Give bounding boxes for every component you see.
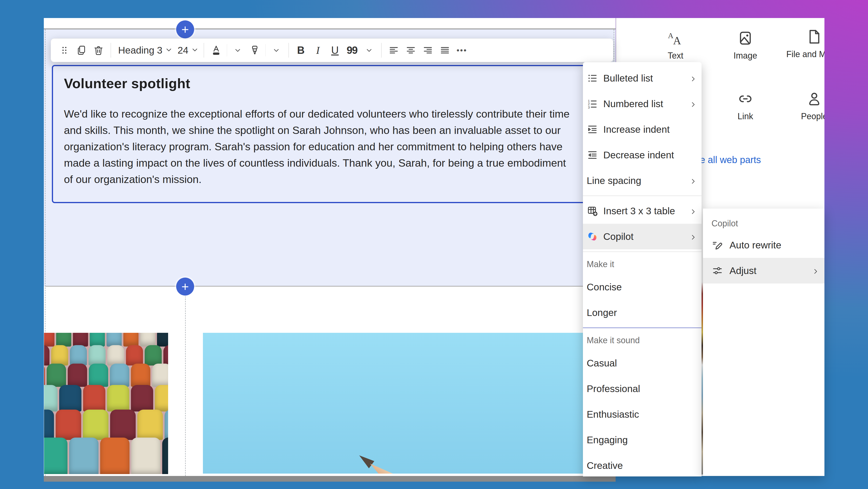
menu-item-bulleted-list[interactable]: Bulleted list (583, 65, 702, 91)
link-icon (737, 104, 754, 108)
webpart-people[interactable]: People (783, 90, 825, 121)
menu-header-label: Make it (587, 259, 614, 269)
pen-icon (712, 239, 723, 251)
menu-item-insert-3-x-3-table[interactable]: Insert 3 x 3 table (583, 198, 702, 224)
menu-item-line-spacing[interactable]: Line spacing (583, 168, 702, 194)
menu-item-label: Engaging (587, 434, 697, 445)
plus-icon: + (181, 23, 189, 36)
toolbar-divider (288, 43, 289, 58)
chair (155, 385, 168, 411)
chevron-down-icon (191, 46, 199, 55)
align-justify-button[interactable] (438, 41, 452, 59)
italic-button[interactable]: I (311, 41, 325, 59)
chair (68, 364, 87, 387)
webpart-link[interactable]: Link (715, 90, 776, 121)
chair (70, 345, 87, 366)
menu-divider (583, 196, 702, 196)
menu-item-increase-indent[interactable]: Increase indent (583, 117, 702, 142)
chair (56, 410, 81, 440)
chair-row (44, 333, 168, 347)
menu-item-creative[interactable]: Creative (583, 453, 702, 477)
submenu-item-adjust[interactable]: Adjust (703, 258, 825, 284)
text-aa-icon: AA (667, 43, 684, 47)
column-dashed-divider (185, 287, 186, 476)
menu-item-engaging[interactable]: Engaging (583, 427, 702, 453)
highlight-color-button[interactable] (247, 41, 262, 59)
chevron-right-icon (689, 207, 697, 215)
menu-item-copilot[interactable]: Copilot (583, 224, 702, 249)
copilot-icon (587, 231, 598, 242)
menu-item-concise[interactable]: Concise (583, 274, 702, 300)
chair-row (44, 437, 168, 474)
style-dropdown-value: Heading 3 (116, 45, 165, 56)
pencil-lead (356, 452, 375, 468)
align-left-button[interactable] (386, 41, 401, 59)
chair (44, 364, 45, 387)
chair (140, 333, 155, 347)
align-center-button[interactable] (403, 41, 418, 59)
canvas-bottom-scrollbar[interactable] (44, 476, 616, 482)
font-color-dropdown-chevron[interactable] (230, 41, 245, 59)
file-icon (806, 42, 823, 46)
submenu-item-auto-rewrite[interactable]: Auto rewrite (703, 232, 825, 258)
menu-item-label: Numbered list (603, 98, 689, 110)
chair-row (44, 410, 168, 440)
quote-button[interactable]: 99 (345, 41, 360, 59)
bold-button[interactable]: B (293, 41, 308, 59)
highlight-dropdown-chevron[interactable] (269, 41, 284, 59)
chair (89, 364, 108, 387)
chairs-image[interactable] (44, 333, 168, 474)
font-color-button[interactable] (209, 41, 223, 59)
more-text-styles-chevron[interactable] (362, 41, 376, 59)
drag-handle-icon[interactable] (57, 41, 72, 59)
menu-item-numbered-list[interactable]: 123Numbered list (583, 91, 702, 117)
menu-item-enthusiastic[interactable]: Enthusiastic (583, 402, 702, 427)
svg-text:A: A (668, 31, 673, 40)
text-webpart-paragraph[interactable]: We'd like to recognize the exceptional e… (64, 106, 573, 188)
plus-icon: + (181, 280, 189, 293)
delete-button[interactable] (91, 41, 106, 59)
pencil-image[interactable] (203, 333, 586, 473)
copilot-submenu: Copilot Auto rewriteAdjust (703, 209, 825, 476)
webpart-text[interactable]: AAText (645, 30, 706, 61)
menu-item-label: Concise (587, 282, 697, 293)
chair (152, 364, 168, 387)
duplicate-button[interactable] (74, 41, 89, 59)
text-webpart-heading[interactable]: Volunteer spotlight (64, 76, 190, 91)
table-plus-icon (587, 205, 598, 217)
toolbar-divider (381, 43, 382, 58)
chevron-right-icon (689, 233, 697, 240)
menu-item-label: Decrease indent (603, 150, 697, 161)
chair (126, 345, 143, 366)
webpart-image[interactable]: Image (715, 30, 776, 61)
add-web-part-button-top[interactable]: + (176, 20, 194, 38)
menu-item-casual[interactable]: Casual (583, 350, 702, 376)
menu-item-professional[interactable]: Professional (583, 376, 702, 402)
font-size-dropdown[interactable]: 24 (175, 41, 199, 59)
align-right-button[interactable] (421, 41, 435, 59)
menu-item-label: Increase indent (603, 124, 697, 135)
menu-item-decrease-indent[interactable]: Decrease indent (583, 142, 702, 168)
chair (110, 410, 136, 440)
more-options-button[interactable]: ••• (455, 41, 469, 59)
chair (107, 385, 129, 411)
menu-item-longer[interactable]: Longer (583, 300, 702, 325)
chair (44, 410, 54, 440)
underline-button[interactable]: U (328, 41, 342, 59)
chair-row (44, 385, 168, 411)
chair (56, 333, 71, 347)
chair (100, 437, 129, 474)
decrease-indent-icon (587, 149, 598, 161)
webpart-file-and-media[interactable]: File and Media (783, 28, 825, 59)
style-dropdown[interactable]: Heading 3 (116, 41, 173, 59)
menu-divider-blue (583, 327, 702, 328)
chair (137, 410, 163, 440)
copilot-submenu-header: Copilot (703, 215, 825, 232)
add-web-part-button-bottom[interactable]: + (176, 278, 194, 295)
section-divider-line-mid (45, 286, 614, 287)
pencil-graphic (354, 448, 463, 473)
menu-divider (583, 252, 702, 252)
menu-item-label: Insert 3 x 3 table (603, 205, 689, 217)
chair (44, 345, 50, 366)
svg-text:3: 3 (588, 106, 590, 109)
